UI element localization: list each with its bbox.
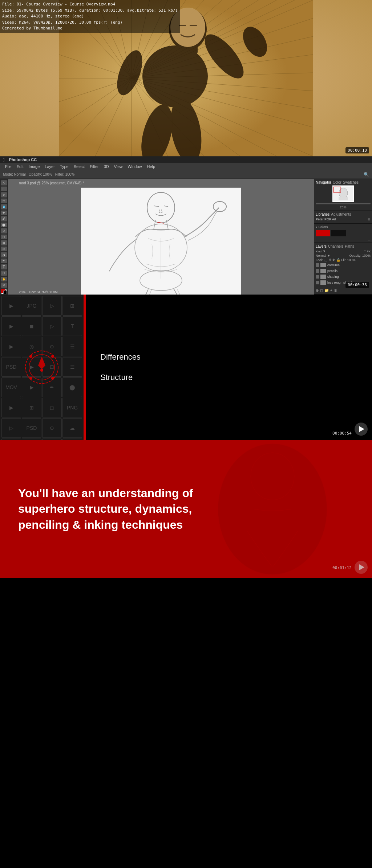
ps-tool-shape[interactable]: ◻ bbox=[1, 271, 7, 276]
diff-icon-12: ☰ bbox=[62, 337, 82, 356]
ps-tab-adjustments[interactable]: Adjustments bbox=[331, 212, 351, 216]
ps-menu-help[interactable]: Help bbox=[145, 164, 158, 169]
ps-navigator-panel: Navigator Color Swatches 25% bbox=[314, 179, 372, 211]
differences-section: ▶ JPG ▷ ⊞ ▶ ◼ ▷ T ▶ ◎ ⊙ ☰ PSD ▶ ⊡ ☰ MOV … bbox=[0, 295, 372, 440]
ps-layer-eye-costume[interactable] bbox=[316, 263, 319, 267]
ps-lib-header: Peter POP Art ⊞ bbox=[316, 217, 371, 221]
ps-menu-type[interactable]: Type bbox=[58, 164, 71, 169]
ps-kind-icon[interactable]: ▼ bbox=[323, 249, 326, 253]
ps-menu-file[interactable]: File bbox=[3, 164, 14, 169]
ps-colors-menu-icon[interactable]: ☰ bbox=[316, 237, 371, 241]
ps-swatches-row bbox=[316, 230, 371, 236]
svg-point-65 bbox=[51, 355, 54, 358]
ps-layer-thumb-costume bbox=[320, 263, 326, 267]
svg-rect-58 bbox=[339, 197, 348, 200]
ps-layer-new[interactable]: + bbox=[330, 288, 332, 292]
ps-tab-swatches[interactable]: Swatches bbox=[343, 180, 359, 184]
ps-tool-blur[interactable]: ◎ bbox=[1, 247, 7, 252]
ps-layer-mask[interactable]: ◻ bbox=[320, 288, 323, 292]
ps-tool-eyedrop[interactable]: 💧 bbox=[1, 204, 7, 209]
ps-layer-delete[interactable]: 🗑 bbox=[334, 288, 337, 292]
ps-menu-window[interactable]: Window bbox=[125, 164, 144, 169]
ps-mode-label: Mode: Normal bbox=[3, 172, 26, 176]
ps-tool-eraser[interactable]: ◻ bbox=[1, 235, 7, 240]
ps-layer-costume[interactable]: costume bbox=[316, 262, 371, 268]
ps-tool-crop[interactable]: ✂ bbox=[1, 199, 7, 204]
ps-fx-flag: FX bbox=[367, 250, 371, 253]
file-info-line3: Audio: aac, 44100 Hz, stereo (eng) bbox=[2, 13, 178, 20]
diff-item-structure: Structure bbox=[100, 373, 357, 382]
ps-menu-3d[interactable]: 3D bbox=[102, 164, 111, 169]
ps-tab-paths[interactable]: Paths bbox=[345, 244, 354, 248]
ps-tool-history[interactable]: ↺ bbox=[1, 228, 7, 233]
ps-tab-layers[interactable]: Layers bbox=[316, 244, 327, 248]
ps-tool-select[interactable]: ⬚ bbox=[1, 187, 7, 192]
ps-layer-name-shading: shading bbox=[327, 275, 339, 279]
ps-tab-channels[interactable]: Channels bbox=[328, 244, 343, 248]
diff-icon-17: MOV bbox=[1, 377, 21, 397]
ps-menu-view[interactable]: View bbox=[112, 164, 125, 169]
ps-canvas-inner bbox=[81, 188, 241, 295]
svg-rect-45 bbox=[190, 25, 197, 26]
ps-canvas-sketch bbox=[81, 188, 241, 295]
ps-tool-brush[interactable]: 🖌 bbox=[1, 216, 7, 221]
ps-canvas-info: 25% Doc: 84.7M/188.8M bbox=[19, 290, 58, 294]
ps-tool-zoom[interactable]: ⊕ bbox=[1, 283, 7, 288]
diff-center-icon-container bbox=[24, 349, 60, 385]
ps-tool-dodge[interactable]: ◑ bbox=[1, 252, 7, 257]
ps-menu-select[interactable]: Select bbox=[72, 164, 87, 169]
ps-canvas bbox=[81, 188, 241, 295]
ps-menu-edit[interactable]: Edit bbox=[15, 164, 26, 169]
file-info-line2: Size: 5970642 bytes (5.69 MiB), duration… bbox=[2, 8, 178, 14]
ps-tool-pen[interactable]: ✒ bbox=[1, 259, 7, 264]
ps-fg-bg-colors[interactable] bbox=[1, 289, 7, 294]
ps-lib-grid-icon[interactable]: ⊞ bbox=[368, 217, 371, 221]
svg-point-66 bbox=[29, 377, 32, 380]
ps-menu-image[interactable]: Image bbox=[27, 164, 42, 169]
timestamp-1: 00:00:18 bbox=[345, 147, 369, 153]
ps-layer-eye-shading[interactable] bbox=[316, 275, 319, 279]
timestamp-2: 00:00:36 bbox=[345, 282, 369, 288]
ps-search-icon[interactable]: 🔍 bbox=[364, 172, 369, 177]
svg-marker-62 bbox=[38, 356, 45, 369]
ps-tab-color[interactable]: Color bbox=[333, 180, 341, 184]
svg-point-57 bbox=[339, 188, 348, 198]
ps-swatch-black[interactable] bbox=[331, 230, 346, 236]
ps-tool-heal[interactable]: ✚ bbox=[1, 211, 7, 216]
ps-doc-info: Doc: 84.7M/188.8M bbox=[29, 290, 58, 294]
ps-layer-pencils[interactable]: pencils bbox=[316, 268, 371, 274]
ps-layer-shading[interactable]: shading bbox=[316, 274, 371, 280]
ps-tab-navigator[interactable]: Navigator bbox=[316, 180, 331, 184]
ps-layer-add-style[interactable]: ⊕ bbox=[316, 288, 319, 292]
diff-icon-13: PSD bbox=[1, 357, 21, 377]
ps-menu-filter[interactable]: Filter bbox=[88, 164, 101, 169]
photoshop-screenshot:  Photoshop CC File Edit Image Layer Typ… bbox=[0, 156, 372, 295]
svg-point-63 bbox=[40, 369, 43, 372]
file-info-line4: Video: h264, yuv420p, 1280x720, 30.00 fp… bbox=[2, 20, 178, 26]
ps-swatch-red[interactable] bbox=[316, 230, 330, 236]
ps-colors-panel: ▸ Colors ☰ bbox=[314, 224, 372, 243]
ps-menu-layer[interactable]: Layer bbox=[43, 164, 57, 169]
svg-point-64 bbox=[29, 355, 32, 358]
play-icon-3 bbox=[359, 426, 364, 432]
ps-layer-eye-sketch[interactable] bbox=[316, 281, 319, 284]
ps-tool-move[interactable]: ↖ bbox=[1, 180, 7, 185]
ps-nav-preview bbox=[333, 187, 353, 201]
ps-tool-lasso[interactable]: ⌀ bbox=[1, 192, 7, 197]
ps-blend-mode-select[interactable]: Normal ▼ bbox=[316, 254, 330, 257]
play-button-3[interactable] bbox=[355, 423, 368, 436]
ps-tool-text[interactable]: T bbox=[1, 264, 7, 269]
ps-tab-libraries[interactable]: Libraries bbox=[316, 212, 329, 216]
file-info-overlay: File: 01- Course Overview - Course Overv… bbox=[0, 0, 180, 33]
diff-icon-5: ▶ bbox=[1, 316, 21, 336]
ps-kind-label: Kind bbox=[316, 250, 322, 253]
ps-layer-eye-pencils[interactable] bbox=[316, 269, 319, 273]
ps-filter-label: Filter: 100% bbox=[55, 172, 74, 176]
ps-zoom-slider[interactable] bbox=[316, 203, 371, 204]
ps-menu-bar[interactable]: File Edit Image Layer Type Select Filter… bbox=[0, 163, 372, 170]
ps-tool-gradient[interactable]: ▦ bbox=[1, 240, 7, 245]
ps-layer-group[interactable]: 📁 bbox=[324, 288, 329, 292]
ps-tool-clone[interactable]: ⬤ bbox=[1, 223, 7, 228]
ps-tool-hand[interactable]: ✋ bbox=[1, 277, 7, 282]
ps-layers-tabs: Layers Channels Paths bbox=[316, 244, 371, 248]
